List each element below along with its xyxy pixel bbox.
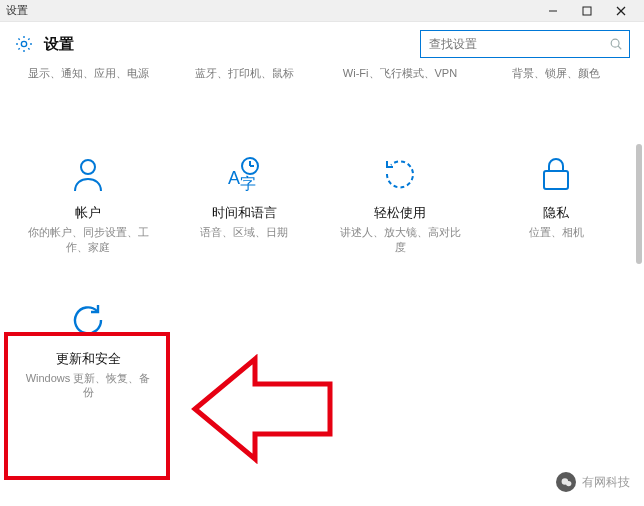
minimize-button[interactable] [536,0,570,22]
category-subtitle: 讲述人、放大镜、高对比度 [335,225,465,255]
main-content: 显示、通知、应用、电源 蓝牙、打印机、鼠标 Wi-Fi、飞行模式、VPN 背景、… [0,64,644,506]
close-icon [616,6,626,16]
category-subtitle: 你的帐户、同步设置、工作、家庭 [23,225,153,255]
category-devices[interactable]: 蓝牙、打印机、鼠标 [166,66,322,81]
svg-rect-1 [583,7,591,15]
ease-of-access-icon [377,151,423,197]
svg-line-6 [618,46,621,49]
category-subtitle: Windows 更新、恢复、备份 [23,371,153,401]
scrollbar[interactable] [636,144,642,264]
time-language-icon: A 字 [221,151,267,197]
wechat-icon [556,472,576,492]
category-title: 轻松使用 [374,205,426,222]
privacy-icon [533,151,579,197]
watermark-text: 有网科技 [582,474,630,491]
category-subtitle: 蓝牙、打印机、鼠标 [166,66,322,81]
svg-rect-13 [544,171,568,189]
category-row-2: 帐户 你的帐户、同步设置、工作、家庭 A 字 时间和语言 语音、区域、日期 [0,81,644,263]
update-security-icon [65,297,111,343]
category-row-1: 显示、通知、应用、电源 蓝牙、打印机、鼠标 Wi-Fi、飞行模式、VPN 背景、… [0,66,644,81]
category-system[interactable]: 显示、通知、应用、电源 [10,66,166,81]
category-time-language[interactable]: A 字 时间和语言 语音、区域、日期 [166,81,322,263]
category-update-security[interactable]: 更新和安全 Windows 更新、恢复、备份 [10,287,166,409]
category-title: 更新和安全 [56,351,121,368]
svg-text:A: A [228,168,240,188]
category-subtitle: 背景、锁屏、颜色 [478,66,634,81]
search-box[interactable] [420,30,630,58]
accounts-icon [65,151,111,197]
maximize-button[interactable] [570,0,604,22]
close-button[interactable] [604,0,638,22]
minimize-icon [548,6,558,16]
window-title: 设置 [6,3,28,18]
category-accounts[interactable]: 帐户 你的帐户、同步设置、工作、家庭 [10,81,166,263]
category-ease-of-access[interactable]: 轻松使用 讲述人、放大镜、高对比度 [322,81,478,263]
category-subtitle: 语音、区域、日期 [200,225,288,240]
category-personalization[interactable]: 背景、锁屏、颜色 [478,66,634,81]
header: 设置 [0,22,644,64]
page-title: 设置 [44,35,74,54]
titlebar: 设置 [0,0,644,22]
search-input[interactable] [421,37,603,51]
category-title: 时间和语言 [212,205,277,222]
svg-point-7 [81,160,95,174]
watermark: 有网科技 [556,472,630,492]
category-privacy[interactable]: 隐私 位置、相机 [478,81,634,263]
settings-window: 设置 设置 [0,0,644,506]
gear-icon [14,34,34,54]
search-icon[interactable] [603,31,629,57]
category-title: 帐户 [75,205,101,222]
svg-text:字: 字 [240,175,256,192]
category-network[interactable]: Wi-Fi、飞行模式、VPN [322,66,478,81]
category-subtitle: Wi-Fi、飞行模式、VPN [322,66,478,81]
category-row-3: 更新和安全 Windows 更新、恢复、备份 [0,287,644,409]
svg-point-5 [611,39,619,47]
category-subtitle: 显示、通知、应用、电源 [10,66,166,81]
svg-point-16 [565,480,570,485]
maximize-icon [582,6,592,16]
svg-point-4 [21,41,26,46]
category-title: 隐私 [543,205,569,222]
category-subtitle: 位置、相机 [529,225,584,240]
